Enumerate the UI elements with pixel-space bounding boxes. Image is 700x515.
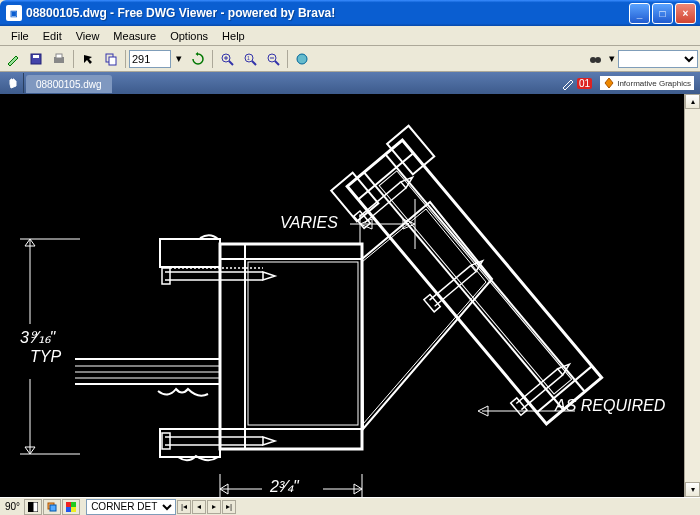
status-bar: 90° CORNER DET |◂ ◂ ▸ ▸|: [0, 497, 700, 515]
svg-rect-3: [56, 54, 62, 58]
zoom-out-icon[interactable]: [262, 48, 284, 70]
pan-hand-icon[interactable]: [2, 73, 24, 93]
svg-point-16: [297, 54, 307, 64]
menu-options[interactable]: Options: [163, 28, 215, 44]
svg-rect-75: [66, 507, 71, 512]
layout-next-icon[interactable]: ▸: [207, 500, 221, 514]
zoom-in-icon[interactable]: [216, 48, 238, 70]
window-titlebar: ▣ 08800105.dwg - Free DWG Viewer - power…: [0, 0, 700, 26]
svg-rect-72: [50, 505, 56, 511]
svg-line-52: [385, 154, 584, 391]
svg-text:1: 1: [247, 55, 250, 61]
svg-rect-76: [71, 507, 76, 512]
svg-rect-43: [162, 268, 170, 284]
svg-line-51: [364, 172, 563, 409]
search-combo[interactable]: [618, 50, 698, 68]
toolbar: ▾ 1 ▾: [0, 46, 700, 72]
save-icon[interactable]: [25, 48, 47, 70]
dim-left-value: 3⁹⁄₁₆": [20, 328, 55, 347]
svg-rect-48: [347, 140, 601, 424]
menu-edit[interactable]: Edit: [36, 28, 69, 44]
svg-rect-67: [248, 262, 358, 425]
dropdown-icon[interactable]: ▾: [172, 48, 186, 70]
informative-graphics-badge[interactable]: Informative Graphics: [600, 76, 694, 90]
layout-selector[interactable]: CORNER DET: [86, 499, 176, 515]
svg-rect-73: [66, 502, 71, 507]
scroll-up-button[interactable]: ▴: [685, 94, 700, 109]
menu-measure[interactable]: Measure: [106, 28, 163, 44]
scroll-down-button[interactable]: ▾: [685, 482, 700, 497]
vertical-scrollbar[interactable]: ▴ ▾: [684, 94, 700, 497]
copy-icon[interactable]: [100, 48, 122, 70]
svg-rect-70: [33, 502, 38, 512]
svg-line-11: [252, 61, 256, 65]
arrow-icon[interactable]: [77, 48, 99, 70]
scroll-track[interactable]: [685, 109, 700, 482]
dropdown-search-icon[interactable]: ▾: [607, 48, 617, 70]
layout-first-icon[interactable]: |◂: [177, 500, 191, 514]
svg-line-7: [229, 61, 233, 65]
menu-help[interactable]: Help: [215, 28, 252, 44]
close-button[interactable]: ×: [675, 3, 696, 24]
dim-left-typ: TYP: [30, 348, 61, 366]
label-as-required: AS REQUIRED: [555, 397, 665, 415]
svg-rect-5: [109, 57, 116, 65]
menu-file[interactable]: File: [4, 28, 36, 44]
svg-point-18: [595, 57, 601, 63]
monochrome-icon[interactable]: [24, 499, 42, 515]
refresh-icon[interactable]: [187, 48, 209, 70]
page-input[interactable]: [129, 50, 171, 68]
zoom-actual-icon[interactable]: 1: [239, 48, 261, 70]
menu-bar: File Edit View Measure Options Help: [0, 26, 700, 46]
pencil-icon[interactable]: [2, 48, 24, 70]
layers-icon[interactable]: [43, 499, 61, 515]
cad-drawing: [0, 94, 684, 497]
rotation-angle: 90°: [2, 501, 23, 512]
svg-rect-68: [379, 171, 571, 394]
window-title: 08800105.dwg - Free DWG Viewer - powered…: [26, 6, 629, 20]
layout-last-icon[interactable]: ▸|: [222, 500, 236, 514]
svg-rect-47: [162, 433, 170, 449]
svg-rect-61: [511, 398, 527, 415]
svg-rect-30: [220, 244, 362, 449]
print-icon[interactable]: [48, 48, 70, 70]
document-tab-bar: 08800105.dwg 01 Informative Graphics: [0, 72, 700, 94]
label-varies: VARIES: [280, 214, 338, 232]
svg-rect-58: [424, 294, 440, 311]
svg-rect-69: [28, 502, 33, 512]
svg-line-14: [275, 61, 279, 65]
svg-rect-39: [160, 239, 220, 267]
document-tab[interactable]: 08800105.dwg: [26, 75, 112, 93]
world-icon[interactable]: [291, 48, 313, 70]
color-icon[interactable]: [62, 499, 80, 515]
markup-toggle-icon[interactable]: 01: [561, 76, 592, 90]
drawing-viewport[interactable]: VARIES 3⁹⁄₁₆" TYP 2³⁄₄" AS REQUIRED: [0, 94, 684, 497]
menu-view[interactable]: View: [69, 28, 107, 44]
svg-rect-1: [33, 55, 39, 58]
svg-rect-74: [71, 502, 76, 507]
dim-bottom-value: 2³⁄₄": [270, 477, 299, 496]
app-icon: ▣: [6, 5, 22, 21]
binoculars-icon[interactable]: [584, 48, 606, 70]
layout-prev-icon[interactable]: ◂: [192, 500, 206, 514]
maximize-button[interactable]: □: [652, 3, 673, 24]
minimize-button[interactable]: _: [629, 3, 650, 24]
